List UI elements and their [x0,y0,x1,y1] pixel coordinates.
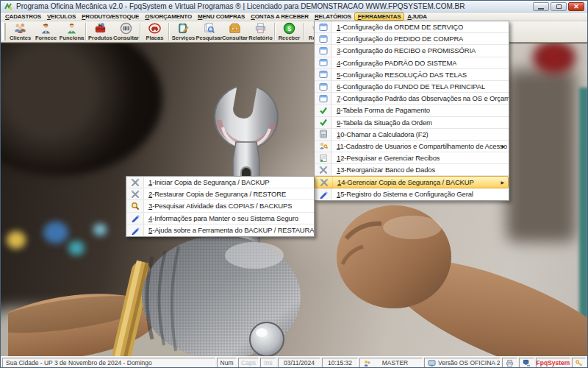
toolbar-separator [168,23,170,40]
consultar-os-button[interactable]: Consultar [222,21,248,42]
window-icon [315,33,332,44]
titlebar: Programa Oficina Mecânica v2.0 - FpqSyst… [1,1,587,13]
fist-image [324,198,588,356]
window-title: Programa Oficina Mecânica v2.0 - FpqSyst… [16,2,465,10]
backup-submenu: 1-Iniciar Copia de Segurança / BACKUP 2-… [126,176,315,237]
menu-item-reorganizar-banco[interactable]: 13-Reorganizar Banco de Dados [315,164,509,176]
menubar-item-ferramentas[interactable]: FERRAMENTAS [354,13,405,21]
status-user: MASTER [359,358,423,368]
menu-item-gerenciar-backup[interactable]: 14-Gerenciar Copia de Segurança / BACKUP… [315,176,509,188]
products-toolbox-icon [94,22,107,35]
fpqsystem-logo-icon [4,2,12,11]
receber-button[interactable]: $ Receber [276,21,302,42]
status-date: 03/11/2024 [278,358,320,368]
submenu-item-iniciar-backup[interactable]: 1-Iniciar Copia de Segurança / BACKUP [126,177,314,188]
status-location-date: Sua Cidade - UP 3 de Novembro de 2024 - … [2,358,215,368]
restore-button[interactable] [551,2,567,11]
menu-item-config-pedido-compra[interactable]: 2-Configuração do PEDIDO DE COMPRA [315,33,509,45]
barcode-icon [120,22,132,35]
pesquisar-button[interactable]: Pesquisar [196,21,222,42]
status-insert: Ins [260,358,276,368]
ferramentas-dropdown-menu: 1-Configuração da ORDEM DE SERVIÇO 2-Con… [314,21,509,201]
window-icon [315,81,332,92]
monitor-icon [428,359,436,367]
keys-icon [575,359,583,367]
menu-item-config-observacoes[interactable]: 7-Configuração Padrão das Observações na… [315,93,509,105]
check-icon [315,117,332,128]
minimize-button[interactable] [533,2,549,11]
menu-item-tabela-forma-pagamento[interactable]: 8-Tabela Forma de Pagamento [315,105,509,116]
menu-item-calculadora[interactable]: 10-Chamar a Calculadora (F2) [315,129,509,141]
menubar-item-os-orcamento[interactable]: OS/ORÇAMENTO [142,13,195,21]
menubar-item-veiculos[interactable]: VEICULOS [44,13,79,21]
menu-item-config-resolucao-telas[interactable]: 5-Configuração RESOLUÇÃO DAS TELAS [315,69,509,81]
users-key-icon [315,141,332,152]
receipt-small-icon [315,152,332,163]
toolbar-gripper [2,23,6,40]
printer-icon [254,22,267,35]
status-time: 10:15:32 [322,358,358,368]
status-version: Versão OS OFICINA 2.0 [424,358,501,368]
search-docs-icon [203,22,215,35]
toolbar-separator [274,23,276,40]
funciona-button[interactable]: Funciona [59,21,85,42]
menubar-item-contas-a-receber[interactable]: CONTAS A RECEBER [248,13,312,21]
service-order-icon [177,22,190,35]
submenu-item-ajuda-backup[interactable]: 5-Ajuda sobre a Ferramenta do BACKUP / R… [126,224,314,236]
app-window: Programa Oficina Mecânica v2.0 - FpqSyst… [0,0,588,368]
menubar-item-menu-compras[interactable]: MENU COMPRAS [195,13,248,21]
pen-icon [315,188,332,200]
supplier-icon [40,22,52,35]
status-capslock: Caps [238,358,259,368]
tools-icon [126,177,144,188]
submenu-arrow-icon: ▶ [501,144,505,149]
submenu-item-pesquisar-atividade[interactable]: 3-Pesquisar Atividade das COPIAS / BACKU… [126,200,314,212]
menu-item-registro-sistema[interactable]: 15-Registro do Sistema e Configuração Ge… [315,188,509,200]
submenu-item-informacoes-seguranca[interactable]: 4-Informações para Manter o seu Sistema … [126,213,314,224]
window-icon [315,57,332,68]
menubar-item-produto-estoque[interactable]: PRODUTO/ESTOQUE [79,13,142,21]
status-keys [572,358,586,368]
menubar-item-cadastros[interactable]: CADASTROS [2,13,44,21]
network-icon [523,359,531,367]
status-network [519,358,534,368]
close-button[interactable]: ✕ [568,2,584,11]
menu-item-config-ordem-servico[interactable]: 1-Configuração da ORDEM DE SERVIÇO [315,21,509,33]
menu-item-cadastro-usuarios[interactable]: 11-Cadastro de Usuarios e Compartilhamen… [315,141,509,152]
menu-item-config-fundo-tela[interactable]: 6-Configuração do FUNDO DE TELA PRINCIPA… [315,81,509,93]
pen-icon [126,213,144,224]
window-icon [315,69,332,80]
employee-icon [65,22,78,35]
drawer-icon [229,22,241,35]
consultar-codigo-button[interactable]: Consultar [113,21,139,42]
fornece-button[interactable]: Fornece [33,21,59,42]
clients-icon [14,22,26,35]
tools-icon [315,164,332,175]
placas-button[interactable]: Placas [142,21,168,42]
menubar-item-ajuda[interactable]: AJUDA [404,13,430,21]
tire-image [1,43,162,176]
menubar-item-relatorios[interactable]: RELATÓRIOS [312,13,354,21]
submenu-item-restaurar-backup[interactable]: 2-Restaurar Copia de Segurança / RESTORE [126,188,314,200]
menu-item-config-padrao-sistema[interactable]: 4-Configuração PADRÃO DO SISTEMA [315,57,509,69]
printer-status-icon [506,359,514,367]
svg-text:$: $ [287,24,292,32]
window-icon [315,45,332,56]
calculator-icon [315,129,332,140]
clientes-button[interactable]: Clientes [7,21,33,42]
statusbar: Sua Cidade - UP 3 de Novembro de 2024 - … [1,356,587,368]
relatorio-button[interactable]: Relatório [248,21,273,42]
tools-icon [126,188,144,199]
menu-item-tabela-situacao-ordem[interactable]: 9-Tabela da Situação da Ordem [315,117,509,129]
menu-item-config-recibo-promissoria[interactable]: 3-Configuração do RECIBO e PROMISSÓRIA [315,45,509,57]
tools-icon [315,177,333,187]
produtos-button[interactable]: Produtos [87,21,113,42]
dollar-icon: $ [283,22,295,35]
car-plate-icon [148,22,161,35]
status-printer [502,358,517,368]
menu-item-pesquisar-recibos[interactable]: 12-Pesquisar e Gerenciar Recibos [315,152,509,164]
magnifier-icon [126,200,144,211]
servicos-button[interactable]: Serviços [171,21,196,42]
toolbar-separator [140,23,141,40]
window-icon [315,21,332,32]
